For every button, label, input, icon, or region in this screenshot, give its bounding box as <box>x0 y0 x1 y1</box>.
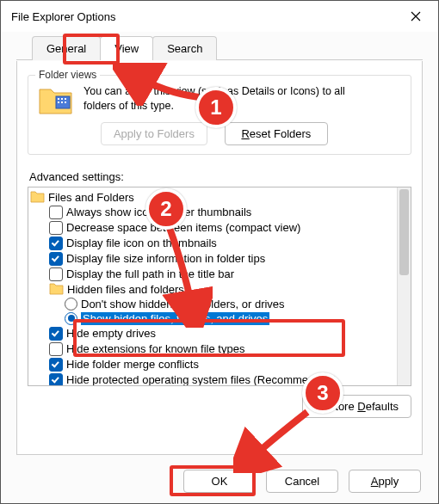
folder-views-legend: Folder views <box>35 69 100 81</box>
tree-root-label: Files and Folders <box>48 191 134 204</box>
svg-rect-1 <box>58 98 59 100</box>
tree-item-label: Don't show hidden files, folders, or dri… <box>81 298 285 310</box>
apply-to-folders-button: Apply to Folders <box>101 122 207 145</box>
radio-icon[interactable] <box>65 298 77 310</box>
checkbox-icon[interactable] <box>49 206 63 219</box>
tree-item-file-icon-thumb[interactable]: Display file icon on thumbnails <box>30 236 409 251</box>
checkbox-icon[interactable] <box>49 373 63 386</box>
apply-to-folders-label: Apply to Folders <box>114 127 195 140</box>
tree-folder-root: Files and Folders <box>30 190 409 205</box>
tab-content: Folder views You can apply this view (su… <box>16 61 423 455</box>
tab-view-label: View <box>114 42 139 55</box>
reset-folders-button[interactable]: Reset Folders <box>225 122 328 145</box>
restore-defaults-button[interactable]: Restore Defaults <box>302 395 411 418</box>
tab-strip: General View Search <box>16 32 423 60</box>
checkbox-icon[interactable] <box>49 327 63 341</box>
radio-icon[interactable] <box>65 312 77 325</box>
tree-item-compact[interactable]: Decrease space between items (compact vi… <box>30 220 409 236</box>
ok-button[interactable]: OK <box>183 470 256 493</box>
folder-icon <box>49 283 64 296</box>
tree-item-merge-conflicts[interactable]: Hide folder merge conflicts <box>30 357 409 372</box>
tree-item-label: Display file icon on thumbnails <box>66 237 217 249</box>
tree-item-hide-ext[interactable]: Hide extensions for known file types <box>30 341 409 357</box>
advanced-settings-label: Advanced settings: <box>29 170 411 183</box>
tab-view[interactable]: View <box>100 36 153 60</box>
titlebar: File Explorer Options <box>1 1 438 32</box>
checkbox-icon[interactable] <box>49 267 63 281</box>
svg-rect-3 <box>65 98 66 100</box>
tree-item-full-path[interactable]: Display the full path in the title bar <box>30 267 409 282</box>
tree-item-hide-protected[interactable]: Hide protected operating system files (R… <box>30 372 409 386</box>
window-title: File Explorer Options <box>11 10 115 23</box>
tab-search-label: Search <box>167 42 202 55</box>
svg-rect-4 <box>58 101 59 103</box>
folder-views-desc1: You can apply this view (such as Details… <box>83 84 345 99</box>
tab-general[interactable]: General <box>32 36 101 60</box>
tree-item-hide-empty[interactable]: Hide empty drives <box>30 326 409 341</box>
tree-item-label: Show hidden files, folders, and drives <box>81 312 269 325</box>
close-button[interactable] <box>399 4 433 28</box>
apply-button[interactable]: Apply <box>349 470 421 493</box>
tree-radio-dont-show[interactable]: Don't show hidden files, folders, or dri… <box>30 297 409 311</box>
folder-views-text: You can apply this view (such as Details… <box>83 84 345 145</box>
folder-icon <box>30 191 45 204</box>
tree-radio-show-hidden[interactable]: Show hidden files, folders, and drives <box>30 311 409 326</box>
tree-item-label: Hide empty drives <box>66 327 156 340</box>
tree-item-label: Hide protected operating system files (R… <box>66 373 337 386</box>
tree-item-label: Display the full path in the title bar <box>66 267 234 280</box>
tab-search[interactable]: Search <box>152 36 217 60</box>
close-icon <box>411 11 421 22</box>
cancel-button[interactable]: Cancel <box>266 470 338 493</box>
tree-item-label: Display file size information in folder … <box>66 252 265 265</box>
folder-views-icon <box>37 84 75 119</box>
tree-item-label: Hide folder merge conflicts <box>66 358 199 371</box>
folder-views-group: Folder views You can apply this view (su… <box>28 75 411 155</box>
window: File Explorer Options General View Searc… <box>0 0 439 504</box>
ok-label: OK <box>212 475 228 488</box>
checkbox-icon[interactable] <box>49 252 63 266</box>
dialog-footer: OK Cancel Apply <box>183 470 421 493</box>
svg-rect-6 <box>65 101 66 103</box>
checkbox-icon[interactable] <box>49 237 63 250</box>
tree-item-label: Always show icons, never thumbnails <box>66 206 251 218</box>
tree-folder-hidden: Hidden files and folders <box>30 282 409 297</box>
checkbox-icon[interactable] <box>49 342 63 356</box>
tree-item-file-size-tips[interactable]: Display file size information in folder … <box>30 251 409 267</box>
tab-general-label: General <box>46 42 86 55</box>
svg-rect-5 <box>61 101 63 103</box>
tree-item-label: Hide extensions for known file types <box>66 342 244 355</box>
checkbox-icon[interactable] <box>49 221 63 235</box>
svg-rect-2 <box>61 98 63 100</box>
tree-scrollbar[interactable] <box>397 187 411 385</box>
tree-item-always-icons[interactable]: Always show icons, never thumbnails <box>30 205 409 220</box>
scrollbar-thumb[interactable] <box>399 189 409 275</box>
folder-views-desc2: folders of this type. <box>83 99 345 114</box>
cancel-label: Cancel <box>285 475 319 488</box>
tree-item-label: Decrease space between items (compact vi… <box>66 221 300 234</box>
advanced-settings-tree[interactable]: Files and Folders Always show icons, nev… <box>28 187 411 386</box>
checkbox-icon[interactable] <box>49 358 63 372</box>
tree-item-label: Hidden files and folders <box>67 283 184 296</box>
